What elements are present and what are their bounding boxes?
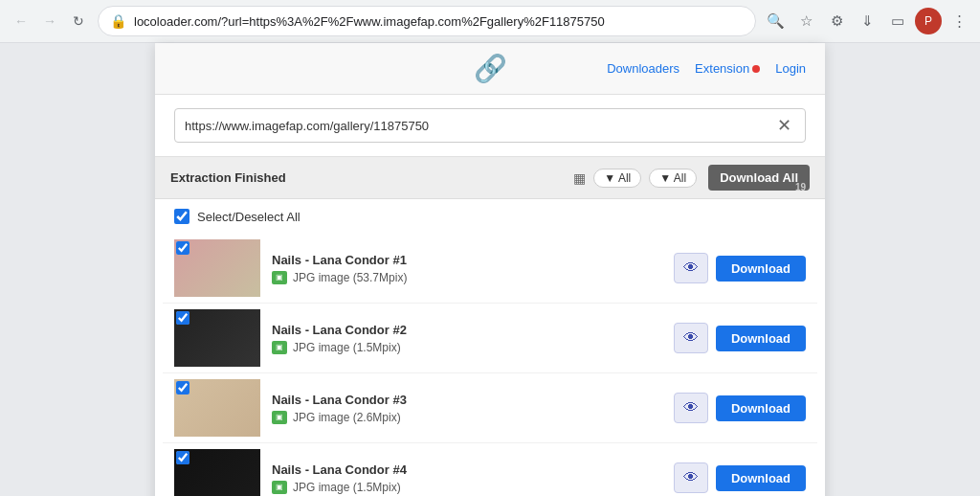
forward-button[interactable]: → bbox=[36, 8, 63, 34]
item-actions: 👁 Download bbox=[674, 393, 806, 423]
downloaders-link[interactable]: Downloaders bbox=[607, 61, 679, 76]
item-actions: 👁 Download bbox=[674, 323, 806, 353]
item-file-info: JPG image (1.5Mpix) bbox=[293, 341, 401, 354]
download-button-3[interactable]: Download bbox=[716, 395, 806, 421]
download-manager-button[interactable]: ⇓ bbox=[854, 8, 880, 34]
url-bar-area: ✕ bbox=[155, 95, 825, 157]
address-text: locoloader.com/?url=https%3A%2F%2Fwww.im… bbox=[134, 14, 744, 29]
list-item: Nails - Lana Condor #4 ▣ JPG image (1.5M… bbox=[163, 443, 817, 496]
list-item: Nails - Lana Condor #2 ▣ JPG image (1.5M… bbox=[163, 304, 817, 373]
browser-chrome: ← → ↻ 🔒 locoloader.com/?url=https%3A%2F%… bbox=[0, 0, 980, 43]
filter-icon: ▦ bbox=[573, 170, 586, 186]
ext-logo: 🔗 bbox=[474, 53, 507, 84]
browser-actions: 🔍 ☆ ⚙ ⇓ ▭ P ⋮ bbox=[762, 8, 972, 34]
ext-topbar: 🔗 Downloaders Extension Login bbox=[155, 43, 825, 95]
list-item: Nails - Lana Condor #3 ▣ JPG image (2.6M… bbox=[163, 373, 817, 443]
item-checkbox-3[interactable] bbox=[176, 381, 189, 395]
image-type-icon: ▣ bbox=[272, 271, 287, 284]
item-info: Nails - Lana Condor #3 ▣ JPG image (2.6M… bbox=[272, 393, 662, 424]
item-info: Nails - Lana Condor #2 ▣ JPG image (1.5M… bbox=[272, 323, 662, 354]
extension-popup: 🔗 Downloaders Extension Login ✕ Extracti… bbox=[155, 43, 825, 496]
item-title: Nails - Lana Condor #4 bbox=[272, 462, 662, 477]
item-file-info: JPG image (53.7Mpix) bbox=[293, 271, 407, 284]
red-dot-indicator bbox=[752, 65, 760, 73]
login-link[interactable]: Login bbox=[775, 61, 806, 76]
filter-area: ▦ ▼ All ▼ All bbox=[573, 169, 697, 188]
item-title: Nails - Lana Condor #3 bbox=[272, 393, 662, 407]
preview-button-4[interactable]: 👁 bbox=[674, 462, 708, 493]
item-title: Nails - Lana Condor #2 bbox=[272, 323, 662, 337]
item-meta: ▣ JPG image (1.5Mpix) bbox=[272, 341, 662, 354]
url-input-wrap: ✕ bbox=[174, 108, 806, 143]
image-type-icon: ▣ bbox=[272, 411, 287, 424]
item-checkbox-1[interactable] bbox=[176, 241, 189, 255]
reload-button[interactable]: ↻ bbox=[65, 8, 92, 34]
download-all-button[interactable]: Download All 19 bbox=[708, 165, 810, 191]
extraction-status: Extraction Finished bbox=[170, 170, 562, 185]
tab-search-button[interactable]: ▭ bbox=[884, 8, 911, 34]
select-all-row: Select/Deselect All bbox=[155, 199, 825, 234]
ext-nav-links: Downloaders Extension Login bbox=[607, 61, 806, 76]
filter-tag-1[interactable]: ▼ All bbox=[593, 169, 641, 188]
url-input[interactable] bbox=[185, 119, 773, 133]
list-item: Nails - Lana Condor #1 ▣ JPG image (53.7… bbox=[163, 234, 817, 304]
extension-link[interactable]: Extension bbox=[695, 61, 760, 76]
item-checkbox-4[interactable] bbox=[176, 451, 189, 464]
item-actions: 👁 Download bbox=[674, 462, 806, 493]
url-clear-button[interactable]: ✕ bbox=[773, 115, 795, 136]
download-button-1[interactable]: Download bbox=[716, 256, 806, 282]
extraction-bar: Extraction Finished ▦ ▼ All ▼ All Downlo… bbox=[155, 157, 825, 199]
thumbnail-wrap bbox=[174, 309, 260, 367]
address-bar[interactable]: 🔒 locoloader.com/?url=https%3A%2F%2Fwww.… bbox=[98, 6, 756, 36]
item-info: Nails - Lana Condor #4 ▣ JPG image (1.5M… bbox=[272, 462, 662, 494]
image-type-icon: ▣ bbox=[272, 341, 287, 354]
select-all-label[interactable]: Select/Deselect All bbox=[197, 210, 301, 224]
thumbnail-wrap bbox=[174, 239, 260, 297]
preview-button-3[interactable]: 👁 bbox=[674, 393, 708, 423]
nav-buttons: ← → ↻ bbox=[8, 8, 92, 34]
item-meta: ▣ JPG image (53.7Mpix) bbox=[272, 271, 662, 284]
menu-button[interactable]: ⋮ bbox=[946, 8, 972, 34]
item-checkbox-2[interactable] bbox=[176, 311, 189, 325]
download-button-2[interactable]: Download bbox=[716, 326, 806, 351]
search-button[interactable]: 🔍 bbox=[762, 8, 789, 34]
image-type-icon: ▣ bbox=[272, 481, 287, 494]
thumbnail-wrap bbox=[174, 379, 260, 437]
item-file-info: JPG image (2.6Mpix) bbox=[293, 411, 401, 424]
preview-button-2[interactable]: 👁 bbox=[674, 323, 708, 353]
item-info: Nails - Lana Condor #1 ▣ JPG image (53.7… bbox=[272, 253, 662, 284]
item-title: Nails - Lana Condor #1 bbox=[272, 253, 662, 267]
download-button-4[interactable]: Download bbox=[716, 465, 806, 491]
item-meta: ▣ JPG image (2.6Mpix) bbox=[272, 411, 662, 424]
thumbnail-wrap bbox=[174, 449, 260, 496]
bookmark-button[interactable]: ☆ bbox=[792, 8, 819, 34]
filter-tag-2[interactable]: ▼ All bbox=[649, 169, 697, 188]
count-badge: 19 bbox=[795, 182, 806, 192]
item-meta: ▣ JPG image (1.5Mpix) bbox=[272, 481, 662, 494]
page-wrapper: ← → ↻ 🔒 locoloader.com/?url=https%3A%2F%… bbox=[0, 0, 980, 496]
select-all-checkbox[interactable] bbox=[174, 209, 189, 224]
extensions-button[interactable]: ⚙ bbox=[823, 8, 850, 34]
lock-icon: 🔒 bbox=[110, 13, 126, 29]
preview-button-1[interactable]: 👁 bbox=[674, 253, 708, 283]
item-file-info: JPG image (1.5Mpix) bbox=[293, 481, 401, 494]
profile-avatar[interactable]: P bbox=[915, 8, 942, 34]
items-list: Nails - Lana Condor #1 ▣ JPG image (53.7… bbox=[155, 234, 825, 496]
back-button[interactable]: ← bbox=[8, 8, 34, 34]
item-actions: 👁 Download bbox=[674, 253, 806, 283]
